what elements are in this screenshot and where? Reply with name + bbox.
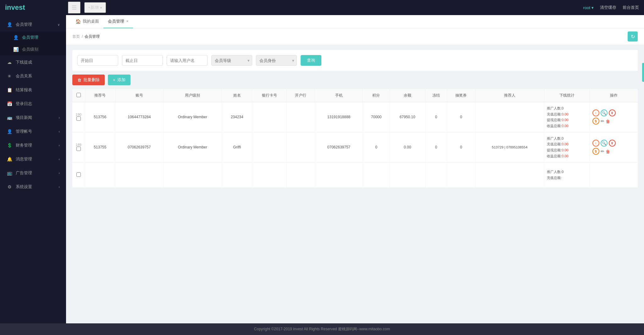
- start-date-input[interactable]: [77, 55, 118, 66]
- level-select[interactable]: 会员等级: [211, 55, 252, 66]
- td-actions: [590, 162, 638, 187]
- td-name: 234234: [222, 102, 252, 132]
- edit-icon[interactable]: ✏: [601, 119, 604, 124]
- row-id: 190: [75, 113, 82, 116]
- breadcrumb-home[interactable]: 首页: [72, 34, 80, 39]
- scroll-indicator: [642, 63, 644, 82]
- add-button[interactable]: + 添加: [108, 75, 130, 85]
- view-icon[interactable]: 🔍: [601, 140, 608, 147]
- td-frozen: 0: [425, 102, 447, 132]
- sidebar-item-offline-raise[interactable]: ☁ 下线提成: [0, 55, 66, 69]
- breadcrumb: 首页 / 会员管理 ↻: [66, 28, 644, 45]
- breadcrumb-current: 会员管理: [85, 34, 100, 39]
- yuan-icon[interactable]: ¥: [609, 140, 616, 147]
- username-input[interactable]: [167, 55, 208, 66]
- sidebar-item-member-list[interactable]: 👤 会员管理: [13, 31, 66, 43]
- th-frozen: 冻结: [425, 89, 447, 102]
- td-bank-name: [287, 102, 315, 132]
- row-id: 189: [75, 143, 82, 147]
- logo: invest: [5, 3, 68, 12]
- td-user-level: [163, 162, 222, 187]
- sidebar-item-finance-mgmt[interactable]: 💲 财务管理 ‹: [0, 138, 66, 152]
- sidebar-item-ad-mgmt[interactable]: 📺 广告管理 ‹: [0, 166, 66, 180]
- td-lottery: [447, 162, 475, 187]
- promoter-count: 推广人数:0: [547, 105, 587, 111]
- view-icon[interactable]: 🔍: [601, 109, 608, 116]
- end-date-input[interactable]: [122, 55, 163, 66]
- dollar-icon[interactable]: $: [592, 148, 599, 155]
- sidebar-item-member-relation[interactable]: ✳ 会员关系: [0, 69, 66, 83]
- user-icon: 👤: [6, 21, 13, 28]
- th-referrer: 推荐人: [475, 89, 544, 102]
- row-checkbox[interactable]: [76, 147, 81, 151]
- td-account: 10644773284: [115, 102, 163, 132]
- edit-icon[interactable]: ✏: [601, 149, 604, 154]
- td-phone: 13191918888: [315, 102, 363, 132]
- tab-close-icon[interactable]: ✕: [126, 20, 129, 23]
- td-frozen: 0: [425, 132, 447, 162]
- sidebar-item-message-mgmt[interactable]: 🔔 消息管理 ‹: [0, 152, 66, 166]
- sidebar-item-sys-settings[interactable]: ⚙ 系统设置 ‹: [0, 180, 66, 194]
- yuan-icon[interactable]: ¥: [609, 109, 616, 116]
- batch-delete-button[interactable]: 🗑 批量删除: [72, 75, 105, 85]
- chevron-down-icon: ∨: [58, 23, 60, 26]
- action-bar: 🗑 批量删除 + 添加: [72, 75, 638, 85]
- content-area: 会员等级 ▾ 会员身份 ▾ 查询 🗑 批量删除: [66, 45, 644, 323]
- delete-icon[interactable]: 🗑: [606, 119, 610, 124]
- recharge-icon[interactable]: ↑: [592, 140, 599, 147]
- chevron-down-icon: ▾: [100, 5, 102, 10]
- sidebar-item-manage-account[interactable]: 👤 管理帐号 ‹: [0, 125, 66, 138]
- sidebar-item-member-level[interactable]: 📊 会员级别: [13, 43, 66, 55]
- tab-member-mgmt[interactable]: 会员管理 ✕: [103, 15, 133, 28]
- withdraw-total: 提现总额:0.00: [547, 147, 587, 153]
- td-ref-no: [85, 162, 115, 187]
- header-right: root ▾ 清空缓存 前台首页: [583, 5, 639, 10]
- menu-toggle-button[interactable]: ☰: [68, 2, 80, 14]
- tab-member-mgmt-label: 会员管理: [108, 19, 124, 24]
- td-ref-no: 513756: [85, 102, 115, 132]
- recharge-total: 充值总额:: [547, 175, 587, 181]
- th-name: 姓名: [222, 89, 252, 102]
- refresh-button[interactable]: ↻: [628, 31, 638, 42]
- finance-icon: 💲: [6, 142, 13, 148]
- sidebar-item-login-log[interactable]: 📅 登录日志: [0, 97, 66, 111]
- td-points: 70000: [363, 102, 390, 132]
- footer: Copyright ©2017-2019 invest All Rights R…: [0, 323, 644, 335]
- table-row: 推广人数:0 充值总额:: [72, 162, 638, 187]
- row-checkbox[interactable]: [76, 172, 81, 177]
- add-new-button[interactable]: +新增 ▾: [84, 2, 106, 13]
- td-balance: 0.00: [390, 132, 425, 162]
- batch-delete-label: 批量删除: [83, 77, 100, 83]
- select-all-checkbox[interactable]: [76, 93, 81, 97]
- recharge-total: 充值总额:0.00: [547, 111, 587, 117]
- td-phone: 07062639757: [315, 132, 363, 162]
- td-actions: ↑ 🔍 ¥ $ ✏ 🗑: [590, 102, 638, 132]
- add-label: 添加: [117, 77, 125, 83]
- identity-select[interactable]: 会员身份: [256, 55, 297, 66]
- search-button[interactable]: 查询: [301, 55, 321, 66]
- sidebar-item-project-news[interactable]: 🚌 项目新闻 ‹: [0, 111, 66, 125]
- clear-cache-button[interactable]: 清空缓存: [600, 5, 616, 10]
- user-menu[interactable]: root ▾: [583, 5, 594, 10]
- breadcrumb-separator: /: [82, 34, 83, 39]
- td-phone: [315, 162, 363, 187]
- bell-icon: 🔔: [6, 156, 13, 162]
- sidebar-item-member-mgmt[interactable]: 👤 会员管理 ∨: [0, 18, 66, 31]
- chevron-left-icon: ‹: [59, 171, 60, 175]
- footer-text: Copyright ©2017-2019 invest All Rights R…: [254, 327, 390, 331]
- th-ref-no: 推荐号: [85, 89, 115, 102]
- account-icon: 👤: [6, 128, 13, 135]
- td-bank-name: [287, 132, 315, 162]
- sidebar-item-settle-report[interactable]: 📋 结算报表: [0, 83, 66, 97]
- tab-home[interactable]: 🏠 我的桌面: [71, 15, 103, 28]
- delete-icon[interactable]: 🗑: [606, 149, 610, 154]
- td-lottery: 0: [447, 132, 475, 162]
- dollar-icon[interactable]: $: [592, 118, 599, 125]
- row-checkbox[interactable]: [76, 116, 81, 121]
- tab-bar: 🏠 我的桌面 会员管理 ✕: [66, 15, 644, 28]
- home-icon: 🏠: [75, 19, 81, 24]
- recharge-icon[interactable]: ↑: [592, 109, 599, 116]
- username-label: root: [583, 5, 590, 10]
- front-page-button[interactable]: 前台首页: [623, 5, 639, 10]
- td-user-level: Ordinary Member: [163, 132, 222, 162]
